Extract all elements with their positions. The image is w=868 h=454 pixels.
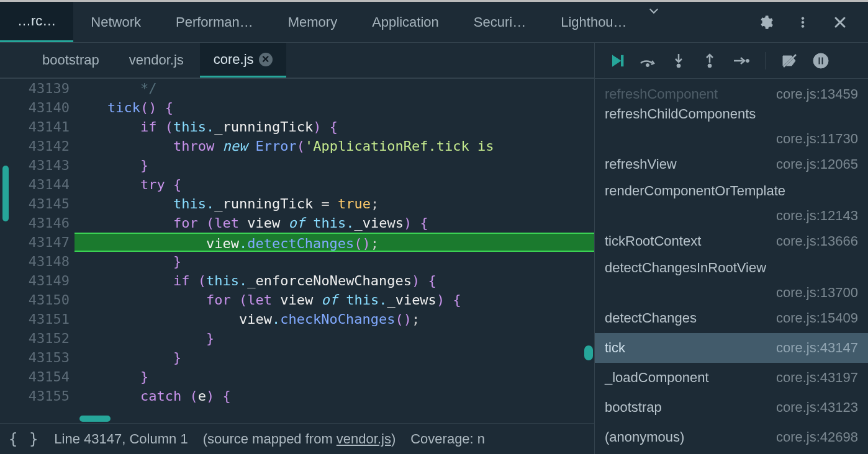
code-line[interactable]: } <box>75 252 594 271</box>
svg-point-2 <box>802 25 804 27</box>
step-icon[interactable] <box>731 51 750 70</box>
file-tab-bootstrap[interactable]: bootstrap <box>29 43 113 78</box>
callstack-row[interactable]: refreshViewcore.js:12065 <box>595 149 868 179</box>
kebab-menu-icon[interactable] <box>793 13 812 32</box>
scrollbar-horizontal[interactable] <box>79 416 111 422</box>
source-map-info: (source mapped from vendor.js) <box>203 431 396 447</box>
open-file-tabs: bootstrap vendor.js core.js ✕ <box>0 43 594 79</box>
tab-lighthouse[interactable]: Lighthou… <box>543 2 644 42</box>
tab-performance[interactable]: Performan… <box>158 2 271 42</box>
svg-point-0 <box>802 17 804 19</box>
code-line[interactable]: if (this._enforceNoNewChanges) { <box>75 271 594 290</box>
svg-point-8 <box>708 64 712 68</box>
tab-security[interactable]: Securi… <box>456 2 543 42</box>
callstack-row[interactable]: detectChangescore.js:15409 <box>595 303 868 333</box>
code-line[interactable]: if (this._runningTick) { <box>75 117 594 136</box>
svg-rect-4 <box>571 54 587 66</box>
coverage-info: Coverage: n <box>410 431 485 447</box>
code-line[interactable]: } <box>75 156 594 175</box>
svg-point-7 <box>677 64 680 68</box>
code-line[interactable]: tick() { <box>75 98 594 117</box>
svg-rect-12 <box>821 57 823 65</box>
call-stack[interactable]: refreshComponentcore.js:13459refreshChil… <box>595 79 868 454</box>
svg-point-9 <box>746 59 749 62</box>
devtools-tabs: …rc… Network Performan… Memory Applicati… <box>0 2 868 43</box>
svg-point-10 <box>813 53 828 68</box>
scrollbar-right[interactable] <box>584 345 593 360</box>
source-map-link[interactable]: vendor.js <box>337 431 391 447</box>
navigator-toggle-icon[interactable] <box>5 50 26 71</box>
devtools-actions <box>750 2 868 42</box>
code-line[interactable]: try { <box>75 175 594 194</box>
callstack-row[interactable]: tickcore.js:43147 <box>595 333 868 363</box>
callstack-row[interactable]: tickRootContextcore.js:13666 <box>595 226 868 256</box>
code-line[interactable]: } <box>75 329 594 348</box>
close-devtools-icon[interactable] <box>831 13 849 32</box>
code-line[interactable]: catch (e) { <box>75 386 594 406</box>
code-line[interactable]: view.checkNoChanges(); <box>75 309 594 329</box>
callstack-row[interactable]: renderComponentOrTemplatecore.js:12143 <box>595 179 868 226</box>
deactivate-breakpoints-icon[interactable] <box>780 51 799 70</box>
sources-panel: bootstrap vendor.js core.js ✕ 4313943140… <box>0 43 595 454</box>
debugger-toggle-icon[interactable] <box>568 50 589 71</box>
code-line[interactable]: } <box>75 348 594 367</box>
code-editor[interactable]: 4313943140431414314243143431444314543146… <box>0 79 594 423</box>
svg-rect-5 <box>622 55 623 66</box>
close-file-icon[interactable]: ✕ <box>259 53 273 66</box>
file-tab-vendor[interactable]: vendor.js <box>115 43 197 78</box>
tabs-overflow-icon[interactable] <box>644 2 663 20</box>
resume-icon[interactable] <box>607 51 626 70</box>
callstack-row[interactable]: (anonymous)core.js:42698 <box>595 422 868 452</box>
code-line[interactable]: for (let view of this._views) { <box>75 213 594 233</box>
code-line[interactable]: view.detectChanges(); <box>75 233 594 252</box>
code-line[interactable]: this._runningTick = true; <box>75 194 594 213</box>
callstack-row[interactable]: detectChangesInRootViewcore.js:13700 <box>595 256 868 303</box>
settings-gear-icon[interactable] <box>756 13 775 32</box>
tab-sources-truncated[interactable]: …rc… <box>0 2 73 42</box>
line-number-gutter: 4313943140431414314243143431444314543146… <box>0 79 75 423</box>
callstack-row[interactable]: bootstrapcore.js:43123 <box>595 393 868 422</box>
scrollbar-left[interactable] <box>2 166 9 221</box>
tab-network[interactable]: Network <box>73 2 158 42</box>
step-out-icon[interactable] <box>700 51 719 70</box>
code-line[interactable]: } <box>75 367 594 386</box>
more-files-icon[interactable] <box>289 50 310 71</box>
code-line[interactable]: for (let view of this._views) { <box>75 290 594 309</box>
editor-status-bar: { } Line 43147, Column 1 (source mapped … <box>0 423 594 454</box>
code-line[interactable]: */ <box>75 79 594 98</box>
svg-point-1 <box>802 21 804 24</box>
step-into-icon[interactable] <box>669 51 688 70</box>
cursor-position: Line 43147, Column 1 <box>54 431 188 447</box>
svg-rect-11 <box>818 57 820 65</box>
tab-memory[interactable]: Memory <box>271 2 355 42</box>
debugger-panel: refreshComponentcore.js:13459refreshChil… <box>595 43 868 454</box>
code-lines[interactable]: */ tick() { if (this._runningTick) { thr… <box>75 79 594 423</box>
code-line[interactable]: throw new Error('ApplicationRef.tick is <box>75 136 594 156</box>
tab-application[interactable]: Application <box>355 2 456 42</box>
file-tab-core-label: core.js <box>214 51 254 68</box>
pretty-print-icon[interactable]: { } <box>9 430 39 448</box>
debugger-toolbar <box>595 43 868 79</box>
step-over-icon[interactable] <box>638 51 657 70</box>
callstack-row[interactable]: refreshChildComponentscore.js:11730 <box>595 102 868 149</box>
svg-rect-3 <box>7 54 24 66</box>
callstack-row[interactable]: _loadComponentcore.js:43197 <box>595 363 868 393</box>
callstack-row[interactable]: refreshComponentcore.js:13459 <box>595 79 868 102</box>
file-tab-core[interactable]: core.js ✕ <box>200 43 286 78</box>
svg-point-6 <box>646 63 649 66</box>
pause-exceptions-icon[interactable] <box>811 51 830 70</box>
